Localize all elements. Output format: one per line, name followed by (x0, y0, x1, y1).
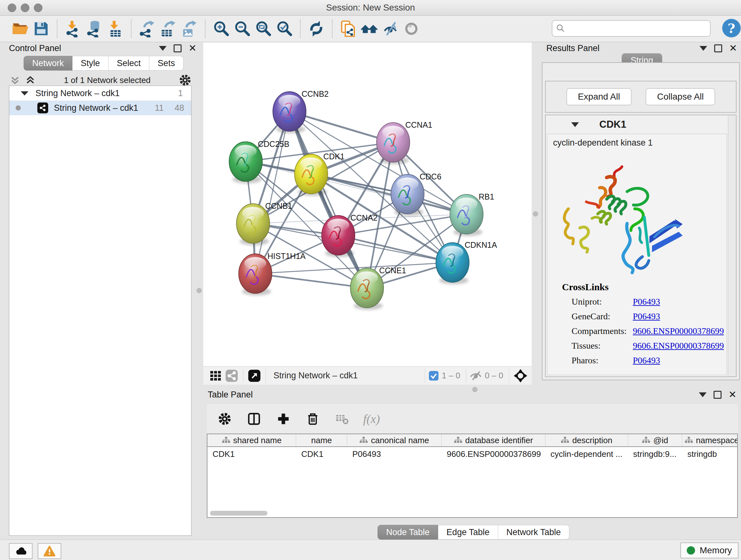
network-row[interactable]: String Network – cdk1 11 48 (9, 101, 191, 115)
hidden-count: 0 – 0 (485, 371, 503, 381)
hide-graphics-details-button[interactable] (380, 18, 401, 39)
collection-expand-icon[interactable] (21, 91, 28, 96)
zoom-out-button[interactable] (232, 18, 253, 39)
results-scrollbar[interactable] (728, 115, 736, 376)
network-node-RB1[interactable] (450, 194, 483, 236)
results-float-icon[interactable] (714, 44, 722, 52)
network-node-CCNE1[interactable] (350, 268, 384, 310)
network-view: CCNB2CCNA1CDC25BCDK1CDC6RB1CCNB1CCNA2CDK… (203, 43, 532, 385)
help-button[interactable]: ? (722, 19, 741, 37)
left-splitter-handle[interactable] (197, 288, 202, 293)
apply-preferred-layout-button[interactable] (306, 18, 327, 39)
expand-all-button[interactable]: Expand All (566, 88, 631, 105)
crosslink-genecard-link[interactable]: P06493 (633, 311, 660, 321)
network-selected-status: 1 of 1 Network selected (36, 75, 179, 85)
memory-button[interactable]: Memory (680, 543, 738, 558)
network-edge-CCNB2-CCNE1[interactable] (289, 111, 367, 288)
column-label: canonical name (371, 435, 429, 445)
column-header-namespace[interactable]: namespace (682, 434, 738, 446)
network-edge-CDK1-RB1[interactable] (311, 174, 467, 214)
network-node-CDKN1A[interactable] (436, 243, 469, 284)
network-canvas[interactable]: CCNB2CCNA1CDC25BCDK1CDC6RB1CCNB1CCNA2CDK… (203, 43, 532, 367)
tab-network-table[interactable]: Network Table (498, 525, 569, 540)
import-network-from-database-button[interactable] (84, 18, 105, 39)
network-collection-row[interactable]: String Network – cdk1 1 (9, 86, 191, 101)
add-column-icon[interactable] (275, 411, 292, 427)
view-dot-icon (16, 105, 21, 111)
crosslink-compartments-link[interactable]: 9606.ENSP00000378699 (633, 326, 724, 336)
column-header-description[interactable]: description (545, 434, 628, 446)
open-string-document-button[interactable] (338, 18, 359, 39)
results-menu-icon[interactable] (699, 46, 707, 51)
panel-close-icon[interactable]: ✕ (189, 44, 197, 53)
column-header-shared-name[interactable]: shared name (207, 434, 296, 446)
warning-button[interactable] (38, 543, 61, 559)
crosslink-uniprot-link[interactable]: P06493 (633, 297, 660, 307)
column-header-name[interactable]: name (296, 434, 347, 446)
delete-column-icon[interactable] (305, 411, 321, 427)
zoom-selected-button[interactable] (274, 18, 295, 39)
memory-label: Memory (699, 545, 732, 556)
show-columns-icon[interactable] (246, 411, 262, 427)
gear-icon[interactable] (179, 74, 192, 86)
toolbar-search[interactable] (552, 20, 711, 37)
status-bar: Memory (0, 540, 741, 560)
export-image-button[interactable] (179, 18, 200, 39)
show-graphics-details-button[interactable] (401, 18, 422, 39)
horizontal-splitter-handle[interactable] (472, 387, 477, 392)
cloud-button[interactable] (9, 543, 32, 559)
table-body: CDK1CDK1P064939606.ENSP00000378699cyclin… (207, 447, 737, 461)
tab-network[interactable]: Network (23, 56, 72, 71)
gene-collapse-icon[interactable] (571, 122, 579, 127)
network-node-HIST1H1A[interactable] (239, 254, 272, 295)
panel-menu-icon[interactable] (159, 46, 166, 51)
right-splitter-handle[interactable] (533, 211, 538, 216)
collapse-all-button[interactable]: Collapse All (646, 88, 715, 105)
table-settings-gear-icon[interactable] (216, 411, 233, 427)
tab-select[interactable]: Select (109, 56, 149, 71)
tab-sets[interactable]: Sets (149, 56, 184, 71)
export-network-button[interactable] (137, 18, 158, 39)
network-node-CCNB1[interactable] (237, 204, 270, 245)
network-node-CCNB2[interactable] (273, 91, 306, 133)
table-hscrollbar[interactable] (210, 511, 267, 516)
birds-eye-crosshair-icon[interactable] (513, 369, 529, 383)
open-session-button[interactable] (10, 18, 30, 39)
table-float-icon[interactable] (714, 391, 722, 399)
network-node-CCNA2[interactable] (322, 215, 355, 257)
network-node-CDC25B[interactable] (229, 142, 262, 183)
tab-edge-table[interactable]: Edge Table (438, 525, 498, 540)
export-table-button[interactable] (158, 18, 179, 39)
tab-style[interactable]: Style (72, 56, 109, 71)
import-network-from-file-button[interactable] (63, 18, 84, 39)
toolbar-separator (205, 20, 205, 38)
import-table-from-file-button[interactable] (105, 18, 126, 39)
zoom-fit-button[interactable] (253, 18, 274, 39)
table-row[interactable]: CDK1CDK1P064939606.ENSP00000378699cyclin… (207, 447, 737, 461)
column-header-canonical-name[interactable]: canonical name (347, 434, 442, 446)
network-node-CDK1[interactable] (294, 154, 328, 196)
column-header--id[interactable]: @id (628, 434, 682, 446)
results-close-icon[interactable]: ✕ (729, 44, 737, 53)
network-overview-homes-button[interactable] (359, 18, 380, 39)
save-session-button[interactable] (30, 18, 52, 39)
network-node-CCNA1[interactable] (377, 123, 410, 164)
grid-view-icon[interactable] (208, 369, 224, 383)
gene-symbol: CDK1 (599, 119, 626, 130)
crosslink-tissues-link[interactable]: 9606.ENSP00000378699 (633, 341, 724, 351)
crosslink-row: Uniprot:P06493 (547, 294, 727, 309)
selected-count: 1 – 0 (442, 371, 460, 381)
expand-all-icon[interactable] (25, 75, 36, 85)
table-menu-icon[interactable] (699, 392, 706, 397)
detach-view-icon[interactable] (246, 369, 262, 383)
share-view-icon[interactable] (224, 369, 240, 383)
crosslink-pharos-link[interactable]: P06493 (633, 355, 660, 366)
table-close-icon[interactable]: ✕ (729, 390, 737, 399)
search-input[interactable] (567, 22, 710, 35)
collapse-all-icon[interactable] (10, 75, 20, 85)
tab-node-table[interactable]: Node Table (378, 525, 438, 540)
column-header-database-identifier[interactable]: database identifier (442, 434, 545, 446)
panel-float-icon[interactable] (174, 44, 182, 52)
network-edge-CCNA2-CDKN1A[interactable] (338, 235, 453, 262)
zoom-in-button[interactable] (211, 18, 232, 39)
